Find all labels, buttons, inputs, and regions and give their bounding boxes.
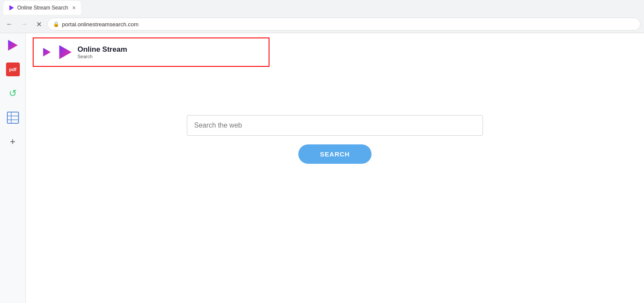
- sidebar-plus-icon[interactable]: +: [5, 134, 21, 150]
- site-header: Online Stream Search: [33, 37, 269, 67]
- header-small-play-icon: [42, 47, 52, 57]
- brand-play-icon: [58, 44, 73, 60]
- tab-bar: Online Stream Search ×: [0, 0, 644, 16]
- svg-marker-1: [8, 40, 17, 50]
- left-sidebar: pdf ↻ +: [0, 33, 26, 303]
- lock-icon: 🔒: [53, 21, 59, 27]
- plus-label: +: [10, 136, 15, 147]
- sidebar-pdf-icon[interactable]: pdf: [5, 62, 21, 77]
- address-bar[interactable]: 🔒 portal.onlinestreamsearch.com: [47, 18, 641, 31]
- brand-text: Online Stream Search: [77, 45, 127, 59]
- tab-title: Online Stream Search: [17, 5, 68, 11]
- pdf-label: pdf: [9, 67, 16, 72]
- sidebar-refresh-icon[interactable]: ↻: [5, 86, 21, 101]
- search-input[interactable]: [194, 122, 476, 129]
- tab-close-button[interactable]: ×: [72, 4, 76, 11]
- search-button[interactable]: SEARCH: [298, 144, 371, 164]
- forward-button[interactable]: →: [18, 18, 30, 30]
- tab-favicon: [9, 5, 15, 11]
- address-bar-row: ← → ✕ 🔒 portal.onlinestreamsearch.com: [0, 16, 644, 33]
- search-area: SEARCH: [26, 115, 644, 164]
- brand-name: Online Stream: [77, 45, 127, 54]
- brand-sub: Search: [77, 54, 127, 59]
- browser-content: pdf ↻ + ❮: [0, 33, 644, 303]
- sidebar-play-icon[interactable]: [5, 37, 21, 53]
- svg-marker-6: [43, 48, 51, 56]
- browser-chrome: Online Stream Search × ← → ✕ 🔒 portal.on…: [0, 0, 644, 33]
- address-text: portal.onlinestreamsearch.com: [62, 21, 139, 28]
- browser-tab[interactable]: Online Stream Search ×: [3, 1, 81, 15]
- reload-button[interactable]: ✕: [33, 18, 45, 30]
- brand-area: Online Stream Search: [58, 44, 127, 60]
- svg-rect-2: [7, 112, 19, 123]
- svg-marker-0: [9, 5, 14, 10]
- main-content: Online Stream Search SEARCH: [26, 33, 644, 303]
- search-input-container: [187, 115, 483, 136]
- svg-marker-7: [59, 45, 72, 59]
- back-button[interactable]: ←: [3, 18, 15, 30]
- sidebar-table-icon[interactable]: [5, 110, 21, 125]
